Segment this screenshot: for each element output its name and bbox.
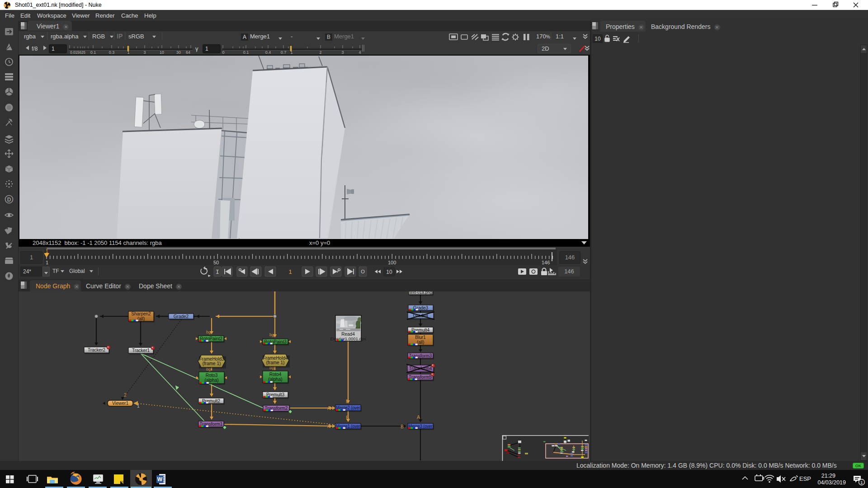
svg-text:Roto4: Roto4 [269, 372, 282, 377]
svg-text:(all): (all) [137, 316, 145, 321]
svg-text:ESP: ESP [799, 475, 811, 482]
svg-text:0.1: 0.1 [90, 50, 96, 54]
svg-text:Roto3: Roto3 [206, 373, 218, 378]
svg-text:A: A [327, 405, 330, 411]
svg-text:146: 146 [542, 260, 550, 265]
svg-text:text-01a.png: text-01a.png [410, 291, 432, 295]
svg-text:0.015625: 0.015625 [70, 50, 85, 54]
svg-text:1: 1 [46, 249, 48, 254]
svg-text:Blur1: Blur1 [415, 335, 426, 340]
svg-text:O: O [361, 269, 365, 274]
svg-text:B: B [346, 415, 349, 420]
svg-text:FrameHold3: FrameHold3 [199, 357, 224, 361]
svg-text:2: 2 [319, 50, 321, 54]
svg-text:Tracker1: Tracker1 [132, 348, 150, 353]
svg-text:A: A [327, 423, 330, 429]
svg-text:100: 100 [388, 260, 396, 265]
svg-text:FrameHold4: FrameHold4 [263, 356, 288, 361]
svg-text:3: 3 [143, 50, 146, 54]
svg-text:bg: bg [206, 330, 211, 334]
svg-text:3: 3 [341, 50, 344, 54]
svg-text:0.7: 0.7 [281, 50, 287, 54]
svg-text:(all): (all) [417, 340, 425, 345]
svg-text:1: 1 [288, 268, 292, 275]
svg-text:1: 1 [127, 50, 129, 54]
svg-text:30: 30 [176, 50, 181, 54]
svg-text:10: 10 [160, 50, 164, 54]
svg-text:Sharpen2: Sharpen2 [131, 311, 151, 316]
svg-text:0.3: 0.3 [109, 50, 115, 54]
svg-text:W: W [157, 476, 163, 483]
svg-text:50: 50 [213, 260, 219, 265]
svg-text:64: 64 [186, 50, 190, 54]
svg-text:1: 1 [860, 480, 863, 485]
svg-text:(alpha): (alpha) [268, 377, 282, 382]
svg-text:(frame 1): (frame 1) [266, 360, 285, 365]
svg-text:Tracker2: Tracker2 [88, 347, 106, 352]
svg-text:(frame 1): (frame 1) [203, 361, 221, 366]
svg-text:0: 0 [222, 50, 224, 54]
svg-text:4: 4 [359, 50, 361, 54]
svg-text:D: D [7, 197, 11, 203]
svg-text:B: B [401, 424, 404, 429]
svg-text:I: I [216, 269, 219, 276]
svg-text:1: 1 [290, 50, 292, 54]
svg-text:(alpha): (alpha) [204, 378, 218, 383]
svg-text:10: 10 [386, 269, 392, 275]
svg-text:Viewer1: Viewer1 [112, 401, 128, 406]
svg-text:0.4: 0.4 [265, 50, 271, 54]
svg-text:A: A [417, 414, 420, 420]
svg-text:Exterior1.0001.dpx: Exterior1.0001.dpx [330, 336, 366, 341]
svg-text:2: 2 [124, 392, 127, 398]
svg-text:0.1: 0.1 [243, 50, 249, 54]
svg-text:B: B [346, 399, 349, 404]
svg-text:04/03/2019: 04/03/2019 [817, 479, 846, 486]
svg-text:bg: bg [269, 333, 274, 337]
svg-text:21:29: 21:29 [821, 473, 835, 479]
svg-text:1: 1 [46, 260, 48, 265]
svg-text:Grade2: Grade2 [174, 314, 189, 319]
